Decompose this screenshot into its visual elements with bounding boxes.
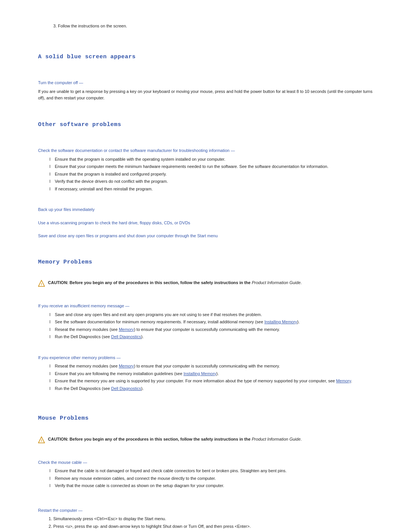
turn-computer-off-body: If you are unable to get a response by p…	[38, 88, 381, 102]
memory-caution-box: ! CAUTION: Before you begin any of the p…	[38, 280, 381, 287]
mouse-caution-box: ! CAUTION: Before you begin any of the p…	[38, 436, 381, 443]
other-software-heading: Other software problems	[38, 121, 381, 129]
save-close-label: Save and close any open files or program…	[38, 233, 381, 239]
bullet-item: Verify that the device drivers do not co…	[49, 178, 381, 185]
memory-bullets1: Save and close any open files and exit a…	[49, 312, 381, 340]
installing-memory-link2[interactable]: Installing Memory	[183, 371, 216, 376]
blue-screen-heading: A solid blue screen appears	[38, 53, 381, 62]
memory-link1[interactable]: Memory	[119, 327, 134, 332]
mouse-cable-bullets: Ensure that the cable is not damaged or …	[49, 468, 381, 489]
bullet-item: Ensure that you are following the memory…	[49, 371, 381, 377]
caution-icon-mouse: !	[38, 436, 45, 443]
bullet-item: Run the Dell Diagnostics (see Dell Diagn…	[49, 334, 381, 340]
memory-caution-text: CAUTION: Before you begin any of the pro…	[48, 280, 302, 286]
insufficient-memory-label: If you receive an insufficient memory me…	[38, 303, 381, 309]
caution-icon: !	[38, 280, 45, 287]
restart-steps: Simultaneously press <Ctrl><Esc> to disp…	[53, 516, 381, 532]
check-mouse-cable-label: Check the mouse cable —	[38, 459, 381, 466]
restart-step-3: After the computer turns off, reconnect …	[53, 530, 381, 532]
check-software-doc-label: Check the software documentation or cont…	[38, 147, 381, 154]
restart-computer-label: Restart the computer —	[38, 507, 381, 514]
bullet-item: Remove any mouse extension cables, and c…	[49, 475, 381, 482]
bullet-item: Reseat the memory modules (see Memory) t…	[49, 326, 381, 333]
step3-block: 3. Follow the instructions on the screen…	[38, 23, 381, 29]
bullet-item: Ensure that your computer meets the mini…	[49, 163, 381, 170]
bullet-item: Ensure that the program is installed and…	[49, 171, 381, 177]
restart-step-2: Press <u>, press the up- and down-arrow …	[53, 523, 381, 530]
dell-diagnostics-link1[interactable]: Dell Diagnostics	[111, 334, 141, 339]
bullet-item: Save and close any open files and exit a…	[49, 312, 381, 318]
mouse-problems-section: Mouse Problems ! CAUTION: Before you beg…	[38, 414, 381, 532]
bullet-item: Ensure that the program is compatible wi…	[49, 156, 381, 163]
memory-bullets2: Reseat the memory modules (see Memory) t…	[49, 363, 381, 391]
virus-scan-label: Use a virus-scanning program to check th…	[38, 220, 381, 226]
memory-problems-section: Memory Problems ! CAUTION: Before you be…	[38, 258, 381, 392]
installing-memory-link1[interactable]: Installing Memory	[264, 320, 297, 324]
bullet-item: Ensure that the memory you are using is …	[49, 378, 381, 384]
turn-computer-off-label: Turn the computer off —	[38, 80, 381, 86]
restart-step-1: Simultaneously press <Ctrl><Esc> to disp…	[53, 516, 381, 522]
backup-files-label: Back up your files immediately	[38, 206, 381, 213]
memory-problems-heading: Memory Problems	[38, 258, 381, 267]
mouse-problems-heading: Mouse Problems	[38, 414, 381, 423]
step3-text: 3. Follow the instructions on the screen…	[53, 23, 381, 29]
svg-text:!: !	[41, 282, 42, 286]
bullet-item: If necessary, uninstall and then reinsta…	[49, 186, 381, 192]
dell-diagnostics-link2[interactable]: Dell Diagnostics	[111, 386, 141, 391]
other-software-section: Other software problems Check the softwa…	[38, 121, 381, 239]
bullet-item: Run the Dell Diagnostics (see Dell Diagn…	[49, 385, 381, 392]
mouse-caution-text: CAUTION: Before you begin any of the pro…	[48, 436, 302, 443]
blue-screen-section: A solid blue screen appears Turn the com…	[38, 53, 381, 102]
svg-text:!: !	[41, 439, 42, 443]
memory-link3[interactable]: Memory	[336, 379, 351, 383]
bullet-item: Reseat the memory modules (see Memory) t…	[49, 363, 381, 369]
bullet-item: Verify that the mouse cable is connected…	[49, 482, 381, 489]
check-software-bullets: Ensure that the program is compatible wi…	[49, 156, 381, 192]
bullet-item: See the software documentation for minim…	[49, 319, 381, 325]
other-memory-problems-label: If you experience other memory problems …	[38, 355, 381, 361]
bullet-item: Ensure that the cable is not damaged or …	[49, 468, 381, 474]
memory-link2[interactable]: Memory	[119, 364, 134, 368]
